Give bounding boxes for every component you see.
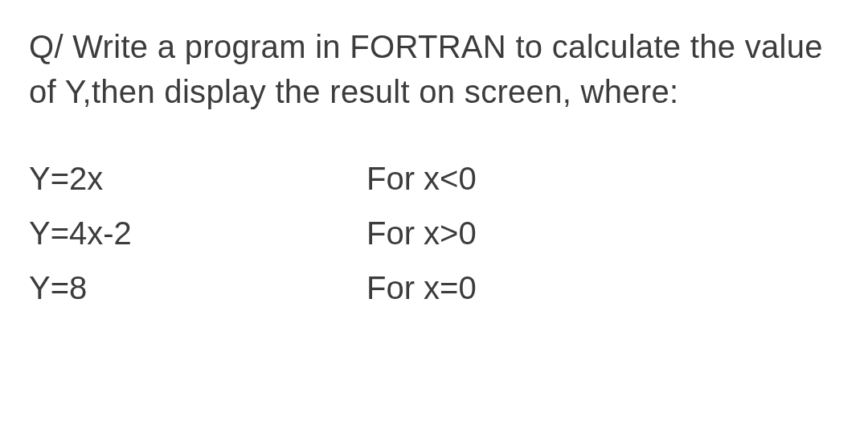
equation-row: Y=4x-2 For x>0	[29, 211, 839, 256]
equation-expression: Y=4x-2	[29, 211, 366, 256]
question-prompt: Q/ Write a program in FORTRAN to calcula…	[29, 24, 839, 114]
equation-row: Y=8 For x=0	[29, 265, 839, 310]
equation-list: Y=2x For x<0 Y=4x-2 For x>0 Y=8 For x=0	[29, 156, 839, 310]
equation-row: Y=2x For x<0	[29, 156, 839, 201]
equation-condition: For x<0	[366, 156, 839, 201]
equation-condition: For x=0	[366, 265, 839, 310]
equation-expression: Y=2x	[29, 156, 366, 201]
equation-condition: For x>0	[366, 211, 839, 256]
equation-expression: Y=8	[29, 265, 366, 310]
